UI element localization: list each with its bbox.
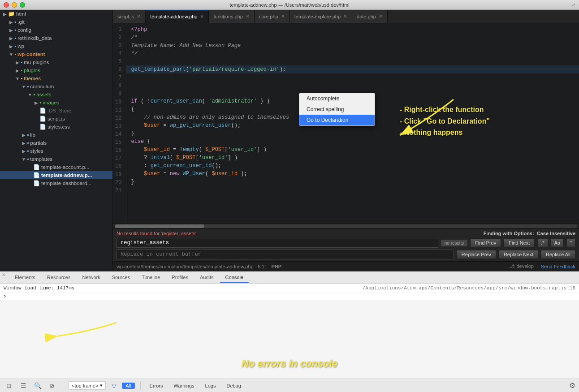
case-sensitive-button[interactable]: Aa <box>551 238 564 247</box>
sidebar-item-template-dashboard[interactable]: 📄 template-dashboard... <box>0 179 112 187</box>
ctx-correct-spelling[interactable]: Correct spelling <box>299 104 375 115</box>
sidebar-item-muplugins[interactable]: ▶ ▪ mu-plugins <box>0 58 112 66</box>
replace-all-button[interactable]: Replace All <box>541 250 575 259</box>
tabs-bar: script.js ✕ template-addnew.php ✕ functi… <box>113 10 579 23</box>
devtools-close-icon[interactable]: ✕ <box>2 272 6 283</box>
tab-core-php[interactable]: core.php ✕ <box>255 10 290 23</box>
tab-elements[interactable]: Elements <box>9 272 41 283</box>
sidebar-item-script-js[interactable]: 📄 script.js <box>0 115 112 123</box>
find-prev-button[interactable]: Find Prev <box>470 238 501 247</box>
sidebar-item-html[interactable]: ▶ 📁 html <box>0 10 112 18</box>
expand-arrow-icon: ▼ <box>14 76 21 81</box>
warnings-filter-button[interactable]: Warnings <box>170 382 198 389</box>
sidebar-item-label: wp <box>17 43 24 49</box>
errors-filter-button[interactable]: Errors <box>146 382 167 389</box>
close-tab-icon[interactable]: ✕ <box>281 13 285 19</box>
language-label: PHP <box>271 264 281 269</box>
sidebar-item-templates[interactable]: ▼ ▪ templates <box>0 155 112 163</box>
tab-date-php[interactable]: date.php ✕ <box>352 10 388 23</box>
all-filter-button[interactable]: All <box>122 383 134 389</box>
console-log-source: /Applications/Atom.app/Contents/Resource… <box>363 285 575 291</box>
tab-sources[interactable]: Sources <box>107 272 135 283</box>
sidebar-item-label: .git <box>17 19 24 25</box>
tab-console[interactable]: Console <box>220 272 249 283</box>
tab-script-js[interactable]: script.js ✕ <box>113 10 146 23</box>
sidebar-item-images[interactable]: ▶ ▪ images <box>0 99 112 107</box>
sidebar-item-label: curriculum <box>30 84 54 89</box>
devtools-dock-icon[interactable]: ⊟ <box>4 380 14 391</box>
logs-filter-button[interactable]: Logs <box>202 382 220 389</box>
devtools-block-icon[interactable]: ⊘ <box>47 380 57 391</box>
sidebar-item-template-addnew[interactable]: 📄 template-addnew.p... <box>0 171 112 179</box>
branch-indicator: ⎇ develop <box>509 263 534 269</box>
arrow-icon: ▶ <box>2 12 8 17</box>
tab-resources[interactable]: Resources <box>42 272 76 283</box>
whole-word-button[interactable]: " <box>566 238 575 247</box>
sidebar-item-themes[interactable]: ▼ ▪ themes <box>0 74 112 82</box>
replace-input-row: Replace Prev Replace Next Replace All <box>117 250 575 259</box>
sidebar-item-rethinkdb[interactable]: ▶ ▪ rethinkdb_data <box>0 34 112 42</box>
tab-network[interactable]: Network <box>77 272 105 283</box>
sidebar-item-styles[interactable]: ▶ ▪ styles <box>0 147 112 155</box>
close-tab-icon[interactable]: ✕ <box>200 14 204 20</box>
sidebar-item-git[interactable]: ▶ ▪ .git <box>0 18 112 26</box>
close-tab-icon[interactable]: ✕ <box>343 13 347 19</box>
sidebar-item-styles-css[interactable]: 📄 styles.css <box>0 123 112 131</box>
frame-selector[interactable]: <top frame> ▾ <box>69 381 106 390</box>
sidebar: ▶ 📁 html ▶ ▪ .git ▶ ▪ config ▶ ▪ rethink… <box>0 10 113 271</box>
replace-input[interactable] <box>117 250 454 259</box>
tab-functions-php[interactable]: functions.php ✕ <box>209 10 254 23</box>
sidebar-item-curriculum[interactable]: ▼ ▪ curriculum <box>0 82 112 90</box>
sidebar-item-template-account[interactable]: 📄 template-account.p... <box>0 163 112 171</box>
find-next-button[interactable]: Find Next <box>504 238 535 247</box>
sidebar-item-plugins[interactable]: ▶ ▪ plugins <box>0 66 112 74</box>
devtools-search-icon[interactable]: 🔍 <box>32 380 43 391</box>
debug-filter-button[interactable]: Debug <box>223 382 244 389</box>
sidebar-item-label: .DS_Store <box>48 108 71 113</box>
console-prompt: > <box>0 293 579 300</box>
sidebar-item-label: assets <box>36 92 51 97</box>
maximize-button[interactable] <box>20 2 25 8</box>
sidebar-item-config[interactable]: ▶ ▪ config <box>0 26 112 34</box>
tab-profiles[interactable]: Profiles <box>166 272 194 283</box>
send-feedback-link[interactable]: Send Feedback <box>541 264 575 269</box>
scrollbar-thumb[interactable] <box>115 224 204 228</box>
sidebar-item-partials[interactable]: ▶ ▪ partials <box>0 139 112 147</box>
sidebar-item-ds-store[interactable]: 📄 .DS_Store <box>0 107 112 115</box>
horizontal-scrollbar[interactable] <box>113 223 579 228</box>
minimize-button[interactable] <box>12 2 17 8</box>
regex-button[interactable]: .* <box>537 238 548 247</box>
tab-template-explore[interactable]: template-explore.php ✕ <box>290 10 352 23</box>
sidebar-item-lib[interactable]: ▶ ▪ lib <box>0 131 112 139</box>
find-bar: No results found for 'register_assets' F… <box>113 228 579 261</box>
tab-audits[interactable]: Audits <box>194 272 219 283</box>
close-tab-icon[interactable]: ✕ <box>379 13 383 19</box>
devtools-list-icon[interactable]: ☰ <box>18 380 29 391</box>
folder-icon: ▪ <box>21 59 22 65</box>
code-editor[interactable]: 123456789101112131415161718192021 <?php … <box>113 23 579 223</box>
close-tab-icon[interactable]: ✕ <box>137 13 141 19</box>
find-input[interactable] <box>117 238 438 248</box>
sidebar-item-label: partials <box>30 140 47 146</box>
replace-prev-button[interactable]: Replace Prev <box>457 250 496 259</box>
sidebar-item-wpcontent[interactable]: ▼ ▪ wp-content <box>0 50 112 58</box>
folder-icon: ▪ <box>14 51 16 57</box>
arrow-icon: ▶ <box>8 28 14 33</box>
status-bar: wp-content/themes/curriculum/templates/t… <box>113 261 579 271</box>
resize-icon[interactable]: ⤢ <box>572 2 575 7</box>
cursor-position: 6,11 <box>258 264 267 269</box>
titlebar-title: template-addnew.php — /Users/matt/web/us… <box>229 2 349 8</box>
arrow-icon: ▶ <box>33 100 39 105</box>
filter-button[interactable]: ▽ <box>109 381 118 390</box>
tab-template-addnew[interactable]: template-addnew.php ✕ <box>146 10 209 23</box>
ctx-autocomplete[interactable]: Autocomplete <box>299 93 375 104</box>
close-button[interactable] <box>4 2 9 8</box>
frame-label: <top frame> <box>72 383 98 388</box>
sidebar-item-assets[interactable]: ▼ ▪ assets <box>0 90 112 99</box>
tab-timeline[interactable]: Timeline <box>136 272 165 283</box>
settings-icon[interactable]: ⚙ <box>569 381 575 390</box>
sidebar-item-wp[interactable]: ▶ ▪ wp <box>0 42 112 50</box>
close-tab-icon[interactable]: ✕ <box>246 13 250 19</box>
replace-next-button[interactable]: Replace Next <box>499 250 538 259</box>
ctx-go-to-declaration[interactable]: Go to Declaration <box>299 115 375 125</box>
